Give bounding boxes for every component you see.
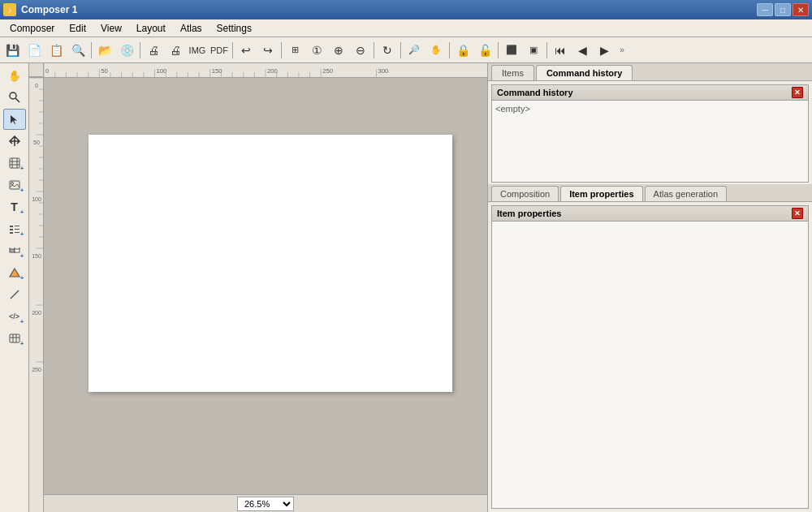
svg-text:250: 250 [322, 67, 334, 75]
add-text-button[interactable]: T + [3, 196, 26, 217]
open-button[interactable]: 📋 [45, 40, 67, 61]
toolbar-sep-3 [232, 42, 233, 58]
tab-item-properties[interactable]: Item properties [560, 186, 642, 201]
nav-first-button[interactable]: ⏮ [550, 40, 571, 61]
add-shape-button[interactable]: + [3, 262, 26, 283]
save2-button[interactable]: 💿 [116, 40, 137, 61]
export-pdf-button[interactable]: PDF [209, 40, 230, 61]
lock-button[interactable]: 🔒 [452, 40, 473, 61]
unlock-button[interactable]: 🔓 [474, 40, 495, 61]
title-bar-left: ♪ Composer 1 [3, 3, 77, 16]
add-image-button[interactable]: + [3, 174, 26, 196]
ruler-corner [29, 63, 44, 77]
ungroup-button[interactable]: ▣ [523, 40, 544, 61]
menu-item-composer[interactable]: Composer [3, 21, 61, 36]
add-legend-button[interactable]: + [3, 218, 26, 239]
item-properties-content [492, 222, 808, 508]
menu-item-layout[interactable]: Layout [130, 21, 172, 36]
canvas-area: 0 50 100 150 200 250 300 [29, 63, 487, 512]
right-panel: Items Command history Command history ✕ … [487, 63, 812, 512]
toolbar-sep-7 [449, 42, 450, 58]
menu-bar: ComposerEditViewLayoutAtlasSettings [0, 19, 812, 37]
ruler-horizontal: 0 50 100 150 200 250 300 [44, 63, 487, 77]
minimize-button[interactable]: ─ [757, 3, 773, 16]
add-map-button[interactable]: + [3, 153, 26, 174]
zoom-out-button[interactable]: ⊖ [350, 40, 371, 61]
zoom-full-button[interactable]: 🔍 [67, 40, 89, 61]
add-html-button[interactable]: </> + [3, 306, 26, 327]
svg-marker-17 [10, 269, 19, 277]
zoom-select[interactable]: 10% 25% 26.5% 50% 75% 100% 200% [237, 497, 294, 511]
title-bar-controls: ─ □ ✕ [757, 3, 809, 16]
canvas-viewport[interactable]: 10% 25% 26.5% 50% 75% 100% 200% [44, 78, 487, 512]
zoom-selection-button[interactable]: 🔎 [404, 40, 425, 61]
menu-item-view[interactable]: View [94, 21, 128, 36]
svg-text:250: 250 [32, 367, 41, 372]
toolbar-sep-6 [400, 42, 401, 58]
command-history-close-button[interactable]: ✕ [792, 87, 803, 98]
maximize-button[interactable]: □ [775, 3, 791, 16]
tab-composition[interactable]: Composition [491, 186, 559, 201]
svg-point-5 [11, 183, 13, 185]
add-line-button[interactable] [3, 284, 26, 305]
svg-text:300: 300 [378, 67, 389, 75]
tab-items[interactable]: Items [491, 65, 534, 80]
menu-item-settings[interactable]: Settings [210, 21, 258, 36]
item-properties-close-button[interactable]: ✕ [792, 208, 803, 219]
status-bar: 10% 25% 26.5% 50% 75% 100% 200% [44, 494, 487, 512]
svg-rect-19 [10, 334, 19, 342]
svg-text:150: 150 [32, 253, 41, 259]
redo-button[interactable]: ↪ [257, 40, 279, 61]
svg-rect-12 [10, 249, 15, 252]
zoom-in-button[interactable]: ⊕ [328, 40, 349, 61]
item-properties-header: Item properties ✕ [492, 206, 808, 222]
new-button[interactable]: 📄 [24, 40, 45, 61]
nav-prev-button[interactable]: ◀ [572, 40, 593, 61]
toolbar-sep-9 [546, 42, 547, 58]
group-button[interactable]: ⬛ [501, 40, 522, 61]
add-attribute-button[interactable]: + [3, 328, 26, 349]
nav-next-button[interactable]: ▶ [594, 40, 615, 61]
svg-rect-6 [10, 226, 13, 227]
export-image-button[interactable]: IMG [187, 40, 208, 61]
zoom-tool-button[interactable] [3, 87, 26, 108]
folder-button[interactable]: 📂 [94, 40, 115, 61]
command-history-panel: Command history ✕ <empty> [491, 84, 809, 183]
svg-rect-9 [15, 229, 19, 230]
ruler-top: 0 50 100 150 200 250 300 [29, 63, 487, 78]
print2-button[interactable]: 🖨 [165, 40, 186, 61]
svg-point-0 [10, 93, 16, 99]
top-tab-bar: Items Command history [488, 63, 812, 81]
print-button[interactable]: 🖨 [143, 40, 164, 61]
zoom-extent-button[interactable]: ⊞ [284, 40, 305, 61]
page-canvas [89, 135, 452, 392]
svg-line-18 [11, 290, 19, 299]
menu-item-edit[interactable]: Edit [63, 21, 93, 36]
toolbar-sep-4 [281, 42, 282, 58]
command-history-header: Command history ✕ [492, 85, 808, 101]
command-history-title: Command history [497, 88, 573, 97]
svg-rect-13 [15, 249, 19, 252]
move-content-button[interactable] [3, 131, 26, 152]
item-properties-title: Item properties [497, 209, 561, 218]
title-bar: ♪ Composer 1 ─ □ ✕ [0, 0, 812, 19]
select-tool-button[interactable] [3, 109, 26, 130]
save-button[interactable]: 💾 [2, 40, 23, 61]
command-history-content: <empty> [492, 101, 808, 182]
tab-command-history[interactable]: Command history [536, 65, 633, 80]
toolbar-overflow-button[interactable]: » [615, 40, 628, 61]
pan-view-button[interactable]: ✋ [425, 40, 447, 61]
toolbar-sep-8 [498, 42, 499, 58]
add-scalebar-button[interactable]: + [3, 240, 26, 261]
svg-text:0: 0 [35, 83, 38, 88]
pan-tool-button[interactable]: ✋ [3, 65, 26, 86]
tab-atlas-generation[interactable]: Atlas generation [645, 186, 728, 201]
close-button[interactable]: ✕ [793, 3, 809, 16]
svg-rect-7 [15, 226, 19, 226]
zoom-100-button[interactable]: ① [306, 40, 327, 61]
refresh-button[interactable]: ↻ [377, 40, 398, 61]
undo-button[interactable]: ↩ [235, 40, 257, 61]
svg-rect-8 [10, 229, 13, 230]
menu-item-atlas[interactable]: Atlas [174, 21, 209, 36]
svg-marker-2 [11, 115, 17, 124]
